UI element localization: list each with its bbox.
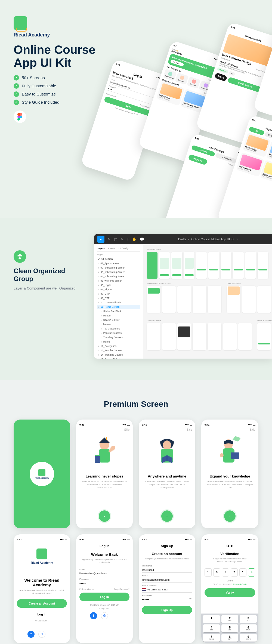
tab-assets[interactable]: Assets: [108, 247, 115, 250]
layers-icon: [14, 250, 26, 263]
otp-digit[interactable]: 9: [248, 568, 255, 577]
next-button[interactable]: ›: [99, 510, 110, 522]
layer-item[interactable]: #09_OTP: [97, 296, 140, 300]
login-button[interactable]: Log In: [79, 593, 129, 601]
numeric-keypad: 1 2ABC 3DEF 4GHI 5JKL 6MNO 7PQRS 8TUV 9W…: [201, 614, 258, 643]
layer-item[interactable]: #11_Home Screen: [97, 305, 140, 309]
key-2[interactable]: 2ABC: [221, 615, 239, 623]
facebook-icon[interactable]: f: [27, 631, 35, 638]
hero-title: Online Course App UI Kit: [14, 43, 112, 70]
skip-button[interactable]: Skip: [205, 428, 255, 431]
screen-welcome: 9:41••• ᯤ ▬ Riead Academy Welcome to Rie…: [14, 534, 70, 643]
layer-item[interactable]: #14_Trending Course: [97, 353, 140, 357]
breadcrumb[interactable]: Drafts: [178, 238, 186, 241]
layer-item[interactable]: ○Header: [100, 313, 140, 318]
email-input[interactable]: [142, 577, 192, 583]
layer-item[interactable]: #07_Sign Up: [97, 287, 140, 292]
move-tool-icon[interactable]: ↖: [108, 237, 111, 241]
layer-item[interactable]: #02_onboarding Screen: [97, 266, 140, 270]
layer-item[interactable]: ○Top Categories: [100, 326, 140, 331]
figma-menu-icon[interactable]: ▸: [97, 236, 104, 243]
layer-item[interactable]: #06_Log In: [97, 283, 140, 287]
layer-item[interactable]: ○Home: [100, 340, 140, 344]
layer-item[interactable]: #01_Splash screen: [97, 261, 140, 266]
key-9[interactable]: 9WXYZ: [240, 634, 257, 642]
tab-layers[interactable]: Layers: [97, 247, 105, 250]
layer-item[interactable]: #12_Categories: [97, 344, 140, 348]
feature-list: ✓50+ Screens ✓Fully Customizable ✓Easy t…: [14, 75, 112, 105]
svg-point-6: [163, 440, 171, 450]
layer-item[interactable]: #13_Popular Course: [97, 348, 140, 353]
logo-icon: [14, 16, 27, 30]
comment-tool-icon[interactable]: 💬: [140, 237, 144, 241]
figma-canvas[interactable]: Authentication: [143, 244, 272, 359]
layer-item[interactable]: #04_onboarding Screen: [97, 274, 140, 279]
password-input[interactable]: [142, 597, 189, 602]
check-icon: ✓: [14, 100, 19, 105]
svg-rect-2: [99, 449, 110, 463]
section3-title: Premium Screen: [14, 399, 258, 409]
password-input[interactable]: [79, 581, 129, 586]
svg-rect-5: [95, 455, 100, 456]
google-icon[interactable]: G: [101, 612, 108, 619]
skip-button[interactable]: Skip: [79, 428, 129, 431]
email-input[interactable]: [79, 571, 129, 576]
layer-item[interactable]: #08_OTP: [97, 292, 140, 296]
next-button[interactable]: ›: [161, 510, 173, 522]
layer-item[interactable]: ○Search & Filter: [100, 318, 140, 322]
layer-item[interactable]: #03_onboarding Screen: [97, 270, 140, 274]
google-icon[interactable]: G: [38, 631, 45, 638]
hand-tool-icon[interactable]: ✋: [132, 237, 137, 241]
apple-icon[interactable]: [49, 631, 56, 638]
signup-button[interactable]: Sign Up: [142, 606, 192, 614]
next-button[interactable]: ›: [224, 510, 236, 522]
otp-digit[interactable]: 7: [231, 568, 238, 577]
layer-item[interactable]: ○Status Bar Black: [100, 309, 140, 313]
key-3[interactable]: 3DEF: [240, 615, 257, 623]
eye-icon[interactable]: 👁: [189, 597, 192, 602]
text-tool-icon[interactable]: T: [127, 237, 129, 241]
phone-input[interactable]: [151, 588, 192, 591]
key-5[interactable]: 5JKL: [221, 624, 239, 632]
key-6[interactable]: 6MNO: [240, 624, 257, 632]
layer-item[interactable]: ○banner: [100, 322, 140, 326]
facebook-icon[interactable]: f: [90, 612, 97, 619]
resend-link[interactable]: Resend Code: [233, 583, 247, 586]
otp-digit[interactable]: 1: [205, 568, 212, 577]
create-account-button[interactable]: Create an Account: [17, 599, 67, 608]
pen-tool-icon[interactable]: ✎: [120, 237, 123, 241]
login-button[interactable]: Log In: [17, 611, 67, 618]
svg-rect-4: [95, 455, 100, 463]
organized-section: Clean Organized Group Layer & Component …: [0, 218, 272, 380]
otp-digit[interactable]: 1: [239, 568, 246, 577]
otp-digit[interactable]: 9: [213, 568, 220, 577]
feature-item: ✓50+ Screens: [14, 75, 112, 81]
layer-item[interactable]: ○Trending Courses: [100, 335, 140, 340]
screen-onboarding-3: 9:41••• ᯤ ▬ Skip Expand your knowledge A…: [201, 420, 258, 528]
forgot-password-link[interactable]: Forgot Password?: [114, 588, 129, 590]
layer-item[interactable]: #05_welcome screen: [97, 279, 140, 283]
apple-icon[interactable]: [112, 612, 119, 619]
layer-item[interactable]: #15_Course Details: [97, 357, 140, 359]
file-title[interactable]: Online Course Mobile App UI Kit: [191, 238, 234, 241]
feature-item: ✓Fully Customizable: [14, 83, 112, 89]
key-8[interactable]: 8TUV: [221, 634, 239, 642]
svg-point-11: [220, 453, 224, 457]
key-7[interactable]: 7PQRS: [203, 634, 220, 642]
flag-icon[interactable]: [142, 588, 146, 591]
frame-tool-icon[interactable]: ▢: [114, 237, 117, 241]
layer-item[interactable]: #10_OTP Verification: [97, 300, 140, 305]
name-input[interactable]: [142, 568, 192, 573]
key-4[interactable]: 4GHI: [203, 624, 220, 632]
remember-checkbox[interactable]: ☐ Remember me: [79, 588, 94, 590]
otp-digit[interactable]: 9: [222, 568, 229, 577]
screen-otp: 9:41••• ᯤ ▬ OTP Verification 6-digits pi…: [201, 534, 258, 643]
layers-panel: Layers Assets UI Design Pages ✓UI Design…: [94, 244, 143, 359]
verify-button[interactable]: Verify: [205, 588, 255, 597]
layer-item[interactable]: ○Popular Courses: [100, 331, 140, 335]
premium-section: Premium Screen Riead Academy 9:41••• ᯤ ▬…: [0, 380, 272, 644]
tab-page[interactable]: UI Design: [119, 247, 129, 250]
key-1[interactable]: 1: [203, 615, 220, 623]
check-icon: ✓: [14, 83, 19, 89]
skip-button[interactable]: Skip: [142, 428, 192, 431]
